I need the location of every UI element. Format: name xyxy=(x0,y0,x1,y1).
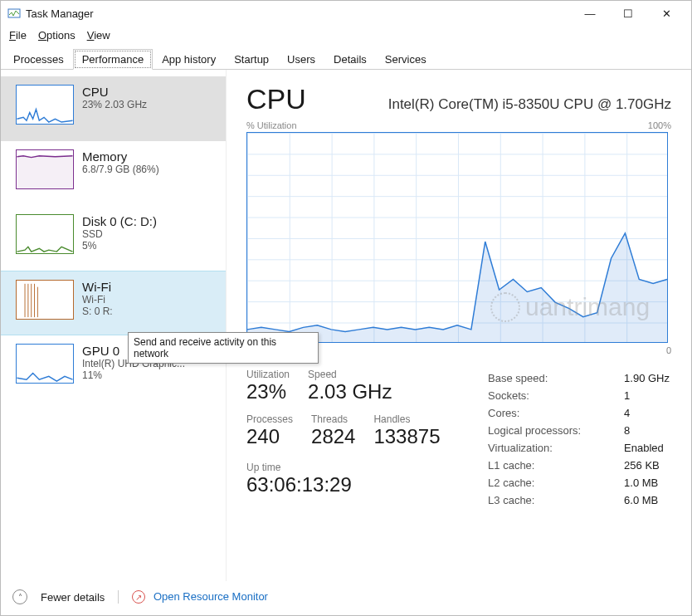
stat-label-threads: Threads xyxy=(311,413,355,425)
spec-label: L2 cache: xyxy=(488,475,622,491)
stat-label-speed: Speed xyxy=(308,369,392,380)
sidebar-item-label: CPU xyxy=(82,85,147,99)
tab-performance[interactable]: Performance xyxy=(73,49,153,70)
stat-value-handles: 133875 xyxy=(373,425,440,448)
wifi-tooltip: Send and receive activity on this networ… xyxy=(128,332,319,364)
sidebar-item-sub: 23% 2.03 GHz xyxy=(82,99,147,110)
resource-monitor-icon: ↗ xyxy=(132,590,145,604)
page-title: CPU xyxy=(246,83,306,115)
menu-file[interactable]: File xyxy=(9,29,27,42)
spec-value: 1.0 MB xyxy=(624,475,670,491)
stat-value-speed: 2.03 GHz xyxy=(308,380,392,403)
sidebar-item-sub: SSD xyxy=(82,228,157,240)
sidebar-item-wifi[interactable]: Wi-Fi Wi-Fi S: 0 R: xyxy=(1,271,226,335)
footer: ˄ Fewer details ↗ Open Resource Monitor xyxy=(1,581,691,613)
svg-rect-1 xyxy=(17,156,72,188)
separator xyxy=(118,590,119,604)
spec-value: 1 xyxy=(624,388,670,403)
sidebar-item-memory[interactable]: Memory 6.8/7.9 GB (86%) xyxy=(1,141,226,206)
tabs: Processes Performance App history Startu… xyxy=(1,48,691,70)
sidebar-item-cpu[interactable]: CPU 23% 2.03 GHz xyxy=(1,76,226,141)
stat-label-handles: Handles xyxy=(373,413,440,425)
chart-y-max: 100% xyxy=(648,120,671,130)
menu-options[interactable]: Options xyxy=(38,29,76,42)
spec-value: 4 xyxy=(624,405,670,421)
stat-value-utilization: 23% xyxy=(246,380,290,403)
cpu-model-name: Intel(R) Core(TM) i5-8350U CPU @ 1.70GHz xyxy=(388,96,671,113)
tab-details[interactable]: Details xyxy=(324,49,376,70)
sidebar-item-label: Memory xyxy=(82,149,159,164)
spec-value: 8 xyxy=(624,423,670,438)
sidebar-item-label: Wi-Fi xyxy=(82,280,113,294)
sidebar-item-disk[interactable]: Disk 0 (C: D:) SSD 5% xyxy=(1,206,226,271)
memory-thumb-icon xyxy=(16,149,74,189)
gpu-thumb-icon xyxy=(16,344,74,384)
sidebar-item-sub2: 5% xyxy=(82,240,157,252)
open-resource-monitor-link[interactable]: ↗ Open Resource Monitor xyxy=(132,590,268,604)
spec-label: L1 cache: xyxy=(488,457,622,473)
chart-y-label: % Utilization xyxy=(246,120,297,130)
disk-thumb-icon xyxy=(16,214,74,254)
tab-startup[interactable]: Startup xyxy=(225,49,278,70)
stat-value-threads: 2824 xyxy=(311,425,355,448)
fewer-details-link[interactable]: Fewer details xyxy=(41,591,105,604)
spec-label: Cores: xyxy=(488,405,622,421)
cpu-utilization-chart[interactable] xyxy=(246,132,668,343)
sidebar-item-sub2: 11% xyxy=(82,369,185,381)
spec-label: L3 cache: xyxy=(488,492,622,508)
minimize-button[interactable]: — xyxy=(578,5,602,22)
cpu-thumb-icon xyxy=(16,85,74,125)
sidebar: CPU 23% 2.03 GHz Memory 6.8/7.9 GB (86%)… xyxy=(1,70,227,581)
spec-value: Enabled xyxy=(624,440,670,456)
task-manager-icon xyxy=(7,7,21,20)
spec-value: 256 KB xyxy=(624,457,670,473)
stat-label-uptime: Up time xyxy=(246,462,459,473)
cpu-specs-table: Base speed:1.90 GHz Sockets:1 Cores:4 Lo… xyxy=(486,369,671,510)
sidebar-item-label: Disk 0 (C: D:) xyxy=(82,214,157,228)
main-panel: CPU Intel(R) Core(TM) i5-8350U CPU @ 1.7… xyxy=(227,70,691,581)
chart-x-right: 0 xyxy=(666,345,671,355)
tab-app-history[interactable]: App history xyxy=(153,49,225,70)
tab-processes[interactable]: Processes xyxy=(4,49,73,70)
spec-value: 1.90 GHz xyxy=(624,370,670,386)
maximize-button[interactable]: ☐ xyxy=(616,5,640,22)
stat-value-processes: 240 xyxy=(246,425,293,448)
stat-value-uptime: 63:06:13:29 xyxy=(246,473,459,496)
menubar: File Options View xyxy=(1,26,691,46)
menu-view[interactable]: View xyxy=(87,29,110,42)
sidebar-item-sub: 6.8/7.9 GB (86%) xyxy=(82,164,159,175)
stat-label-utilization: Utilization xyxy=(246,369,290,380)
tab-users[interactable]: Users xyxy=(278,49,324,70)
spec-label: Virtualization: xyxy=(488,440,622,456)
tab-services[interactable]: Services xyxy=(376,49,436,70)
titlebar: Task Manager — ☐ ✕ xyxy=(1,1,691,26)
spec-label: Logical processors: xyxy=(488,423,622,438)
spec-value: 6.0 MB xyxy=(624,492,670,508)
sidebar-item-sub: Wi-Fi xyxy=(82,294,113,306)
spec-label: Base speed: xyxy=(488,370,622,386)
sidebar-item-sub2: S: 0 R: xyxy=(82,306,113,317)
close-button[interactable]: ✕ xyxy=(655,5,678,22)
chevron-up-icon[interactable]: ˄ xyxy=(12,589,27,604)
wifi-thumb-icon xyxy=(16,280,74,320)
window-title: Task Manager xyxy=(26,7,94,20)
spec-label: Sockets: xyxy=(488,388,622,403)
stat-label-processes: Processes xyxy=(246,413,293,425)
